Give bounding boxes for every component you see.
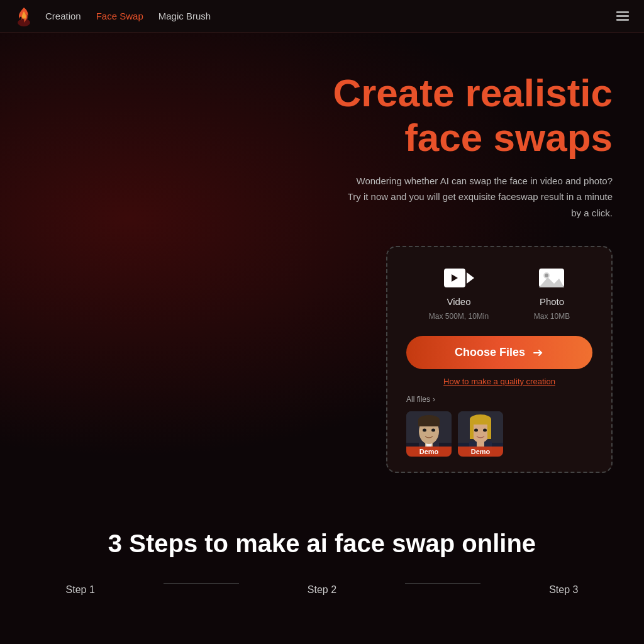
file-types: Video Max 500M, 10Min Photo Max 10MB bbox=[406, 265, 592, 321]
logo[interactable] bbox=[13, 5, 35, 28]
step-2-label: Step 2 bbox=[308, 584, 336, 596]
svg-point-33 bbox=[483, 429, 487, 432]
steps-section: 3 Steps to make ai face swap online Step… bbox=[0, 498, 644, 615]
steps-row: Step 1 Step 2 Step 3 bbox=[31, 583, 613, 596]
svg-rect-19 bbox=[418, 420, 440, 426]
svg-point-32 bbox=[474, 429, 478, 432]
demo-images: Demo bbox=[406, 411, 592, 457]
step-3: Step 3 bbox=[549, 584, 578, 596]
step-2: Step 2 bbox=[308, 584, 336, 596]
demo-thumb-male[interactable]: Demo bbox=[406, 411, 452, 457]
navigation: Creation Face Swap Magic Brush bbox=[0, 0, 644, 33]
photo-label: Photo bbox=[540, 296, 564, 307]
step-3-label: Step 3 bbox=[549, 584, 578, 596]
layers-icon[interactable] bbox=[614, 8, 631, 25]
photo-icon bbox=[535, 265, 568, 291]
svg-rect-2 bbox=[616, 15, 629, 17]
step-divider-1 bbox=[164, 583, 239, 584]
svg-rect-1 bbox=[616, 11, 629, 13]
svg-marker-5 bbox=[467, 272, 474, 284]
steps-title: 3 Steps to make ai face swap online bbox=[31, 530, 613, 558]
video-limit: Max 500M, 10Min bbox=[429, 312, 489, 321]
hero-section: Create realistic face swaps Wondering wh… bbox=[0, 33, 644, 498]
nav-magic-brush[interactable]: Magic Brush bbox=[158, 11, 211, 21]
hero-title: Create realistic face swaps bbox=[333, 70, 613, 160]
svg-point-21 bbox=[431, 429, 435, 432]
step-1-label: Step 1 bbox=[66, 584, 95, 596]
step-1: Step 1 bbox=[66, 584, 95, 596]
svg-rect-3 bbox=[616, 19, 629, 21]
upload-card: Video Max 500M, 10Min Photo Max 10MB bbox=[386, 246, 613, 473]
nav-face-swap[interactable]: Face Swap bbox=[96, 11, 143, 21]
svg-rect-31 bbox=[470, 419, 491, 425]
video-icon bbox=[443, 265, 475, 291]
step-divider-2 bbox=[405, 583, 480, 584]
chevron-right-icon: › bbox=[433, 395, 435, 404]
nav-creation[interactable]: Creation bbox=[45, 11, 81, 21]
video-type[interactable]: Video Max 500M, 10Min bbox=[429, 265, 489, 321]
demo-thumb-female[interactable]: Demo bbox=[458, 411, 503, 457]
choose-files-button[interactable]: Choose Files bbox=[406, 336, 592, 369]
demo-badge-female: Demo bbox=[458, 447, 503, 457]
demo-badge-male: Demo bbox=[406, 447, 452, 457]
quality-link[interactable]: How to make a quality creation bbox=[406, 377, 592, 386]
svg-point-20 bbox=[423, 429, 426, 432]
hero-subtitle: Wondering whether AI can swap the face i… bbox=[342, 173, 613, 221]
photo-type[interactable]: Photo Max 10MB bbox=[534, 265, 570, 321]
nav-links: Creation Face Swap Magic Brush bbox=[45, 11, 211, 21]
all-files-link[interactable]: All files › bbox=[406, 395, 592, 404]
svg-point-9 bbox=[545, 274, 548, 277]
photo-limit: Max 10MB bbox=[534, 312, 570, 321]
video-label: Video bbox=[447, 296, 470, 307]
